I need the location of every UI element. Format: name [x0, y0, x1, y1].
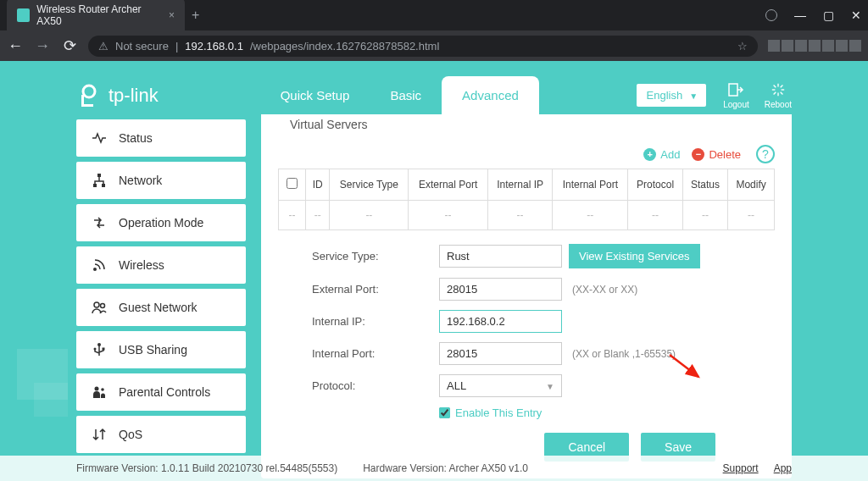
- svg-rect-13: [93, 184, 97, 187]
- col-protocol: Protocol: [628, 169, 683, 201]
- protocol-label: Protocol:: [312, 379, 439, 392]
- internal-port-label: Internal Port:: [312, 347, 439, 360]
- col-service-type: Service Type: [330, 169, 409, 201]
- external-port-hint: (XX-XX or XX): [572, 284, 637, 296]
- reboot-icon: [770, 82, 787, 97]
- add-button[interactable]: +Add: [643, 148, 680, 161]
- bookmark-icon[interactable]: ☆: [737, 40, 748, 53]
- url-divider: |: [175, 40, 178, 53]
- sidebar-item-usb-sharing[interactable]: USB Sharing: [76, 331, 246, 368]
- protocol-select[interactable]: ALL ▼: [439, 374, 562, 397]
- col-internal-port: Internal Port: [553, 169, 628, 201]
- logout-button[interactable]: Logout: [723, 82, 749, 109]
- table-row: -- -- -- -- -- -- -- -- --: [279, 201, 775, 230]
- url-input[interactable]: ⚠ Not secure | 192.168.0.1/webpages/inde…: [88, 36, 758, 57]
- minus-icon: −: [692, 148, 704, 161]
- add-label: Add: [660, 148, 680, 161]
- svg-point-15: [93, 268, 97, 271]
- warning-icon: ⚠: [98, 40, 108, 53]
- service-type-label: Service Type:: [312, 250, 439, 263]
- new-tab-button[interactable]: +: [192, 8, 199, 23]
- tab-favicon-icon: [17, 8, 30, 22]
- entry-form: Service Type: View Existing Services Ext…: [278, 230, 775, 467]
- logo: tp-link: [76, 83, 159, 108]
- svg-point-0: [83, 86, 95, 97]
- svg-rect-14: [102, 184, 105, 187]
- app-link[interactable]: App: [774, 462, 792, 474]
- reboot-button[interactable]: Reboot: [765, 82, 792, 109]
- forward-button[interactable]: →: [34, 37, 51, 55]
- hardware-version: Hardware Version: Archer AX50 v1.0: [363, 462, 528, 474]
- status-icon: [92, 130, 107, 146]
- chevron-down-icon: ▼: [689, 91, 698, 101]
- sidebar-item-status[interactable]: Status: [76, 119, 246, 157]
- account-icon[interactable]: [765, 9, 777, 21]
- svg-line-9: [781, 91, 783, 94]
- sidebar: Status Network Operation Mode Wireless G…: [76, 119, 246, 478]
- sidebar-label: Guest Network: [119, 301, 198, 314]
- tab-advanced[interactable]: Advanced: [442, 76, 539, 114]
- firmware-version: Firmware Version: 1.0.11 Build 20210730 …: [76, 462, 337, 474]
- plus-icon: +: [643, 148, 656, 161]
- sidebar-item-qos[interactable]: QoS: [76, 416, 246, 453]
- svg-line-8: [773, 85, 776, 87]
- sidebar-item-operation-mode[interactable]: Operation Mode: [76, 204, 246, 241]
- sidebar-label: Operation Mode: [119, 216, 203, 229]
- col-internal-ip: Internal IP: [487, 169, 553, 201]
- svg-rect-2: [81, 104, 93, 107]
- logo-text: tp-link: [108, 85, 159, 107]
- sidebar-item-parental-controls[interactable]: Parental Controls: [76, 373, 246, 411]
- view-existing-button[interactable]: View Existing Services: [569, 244, 700, 268]
- enable-entry-checkbox[interactable]: [439, 407, 450, 418]
- help-icon[interactable]: ?: [756, 145, 775, 163]
- url-host: 192.168.0.1: [185, 40, 243, 53]
- reload-button[interactable]: ⟳: [61, 36, 78, 55]
- maximize-icon[interactable]: ▢: [823, 8, 834, 22]
- security-label: Not secure: [115, 40, 169, 53]
- sidebar-item-wireless[interactable]: Wireless: [76, 246, 246, 284]
- sidebar-label: USB Sharing: [119, 343, 187, 357]
- svg-point-22: [101, 388, 104, 391]
- delete-button[interactable]: −Delete: [692, 148, 741, 161]
- chevron-down-icon: ▼: [546, 382, 554, 391]
- svg-rect-3: [729, 84, 737, 96]
- window-controls: — ▢ ✕: [765, 8, 861, 22]
- virtual-servers-table: ID Service Type External Port Internal I…: [278, 169, 775, 230]
- sidebar-item-guest-network[interactable]: Guest Network: [76, 289, 246, 326]
- sidebar-item-network[interactable]: Network: [76, 162, 246, 199]
- back-button[interactable]: ←: [7, 37, 24, 55]
- select-all-checkbox[interactable]: [287, 178, 298, 189]
- tab-quick-setup[interactable]: Quick Setup: [260, 76, 370, 114]
- reboot-label: Reboot: [765, 100, 792, 109]
- col-status: Status: [682, 169, 727, 201]
- tab-basic[interactable]: Basic: [370, 76, 442, 114]
- minimize-icon[interactable]: —: [794, 8, 806, 22]
- extensions-area: [768, 40, 861, 52]
- logout-icon: [727, 82, 744, 97]
- page-title: Virtual Servers: [278, 114, 775, 140]
- svg-line-10: [773, 91, 776, 94]
- delete-label: Delete: [709, 148, 741, 161]
- url-path: /webpages/index.1627628878582.html: [250, 40, 439, 53]
- wireless-icon: [92, 257, 107, 273]
- internal-ip-label: Internal IP:: [312, 315, 439, 328]
- internal-ip-input[interactable]: [439, 310, 562, 333]
- service-type-input[interactable]: [439, 245, 562, 268]
- svg-point-21: [95, 387, 99, 391]
- sidebar-label: Parental Controls: [119, 385, 210, 399]
- external-port-label: External Port:: [312, 283, 439, 296]
- external-port-input[interactable]: [439, 278, 562, 301]
- language-select[interactable]: English ▼: [637, 84, 707, 107]
- browser-tab[interactable]: Wireless Router Archer AX50 ×: [7, 0, 185, 34]
- col-modify: Modify: [728, 169, 775, 201]
- logo-icon: [76, 83, 102, 108]
- close-window-icon[interactable]: ✕: [851, 8, 861, 22]
- tab-title: Wireless Router Archer AX50: [36, 3, 162, 27]
- support-link[interactable]: Support: [723, 462, 759, 474]
- parental-icon: [92, 384, 107, 400]
- address-bar: ← → ⟳ ⚠ Not secure | 192.168.0.1/webpage…: [0, 30, 868, 61]
- sidebar-label: QoS: [119, 428, 142, 441]
- network-icon: [92, 173, 107, 188]
- internal-port-input[interactable]: [439, 342, 562, 365]
- close-tab-icon[interactable]: ×: [169, 9, 175, 21]
